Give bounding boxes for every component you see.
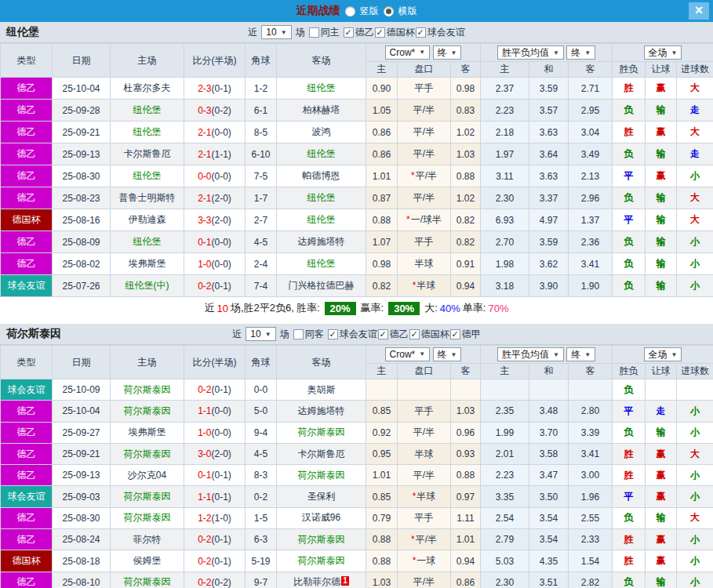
score-cell: 1-0(0-0) bbox=[184, 422, 246, 443]
wdl-average-select[interactable]: 胜平负均值▼ bbox=[497, 45, 564, 60]
checkbox-checked-icon: ✓ bbox=[344, 27, 354, 38]
home-team-link[interactable]: 沙尔克04 bbox=[111, 465, 184, 486]
league-filter-checkbox[interactable]: ✓德乙 bbox=[378, 328, 409, 341]
home-team-link[interactable]: 侯姆堡 bbox=[111, 550, 184, 572]
away-team-link[interactable]: 柏林赫塔 bbox=[277, 100, 366, 122]
home-team-link[interactable]: 埃弗斯堡 bbox=[111, 422, 184, 443]
home-team-link[interactable]: 荷尔斯泰因 bbox=[111, 401, 184, 422]
vertical-layout-radio[interactable] bbox=[345, 6, 355, 16]
col-eu-away: 客 bbox=[569, 62, 613, 78]
away-team-link[interactable]: 纽伦堡 bbox=[277, 187, 366, 209]
home-team-link[interactable]: 纽伦堡 bbox=[111, 122, 184, 143]
bookmaker-select[interactable]: Crow*▼ bbox=[385, 347, 431, 361]
europe-home-odds bbox=[481, 379, 529, 401]
away-team-link[interactable]: 门兴格拉德巴赫 bbox=[277, 275, 366, 297]
handicap-away-odds: 0.93 bbox=[451, 443, 481, 464]
away-team-link[interactable]: 纽伦堡 bbox=[277, 209, 366, 231]
away-team-link[interactable]: 荷尔斯泰因 bbox=[277, 465, 366, 486]
europe-draw-odds: 3.57 bbox=[529, 100, 569, 122]
home-team-link[interactable]: 纽伦堡(中) bbox=[111, 275, 184, 297]
match-row: 德乙25-09-13卡尔斯鲁厄2-1(1-1)6-10纽伦堡0.86平/半1.0… bbox=[1, 143, 713, 165]
horizontal-layout-label: 横版 bbox=[398, 5, 417, 18]
away-team-link[interactable]: 荷尔斯泰因 bbox=[277, 529, 366, 550]
result-wdl: 负 bbox=[613, 231, 646, 253]
away-team-link[interactable]: 荷尔斯泰因 bbox=[277, 422, 366, 443]
away-team-link[interactable]: 达姆施塔特 bbox=[277, 401, 366, 422]
match-row: 德乙25-08-30纽伦堡0-0(0-0)7-5帕德博恩1.01*平/半0.88… bbox=[1, 165, 713, 187]
europe-home-odds: 2.30 bbox=[481, 187, 529, 209]
checkbox-checked-icon: ✓ bbox=[378, 329, 388, 339]
away-team-link[interactable]: 圣保利 bbox=[277, 486, 366, 507]
result-handicap: 输 bbox=[646, 231, 677, 253]
col-res-wdl: 胜负 bbox=[613, 62, 646, 78]
wdl-average-select[interactable]: 胜平负均值▼ bbox=[497, 347, 564, 361]
handicap-line: *半球 bbox=[398, 275, 451, 297]
col-eu-draw: 和 bbox=[529, 364, 569, 379]
home-team-link[interactable]: 卡尔斯鲁厄 bbox=[111, 143, 184, 165]
home-team-link[interactable]: 荷尔斯泰因 bbox=[111, 379, 184, 401]
away-team-link[interactable]: 帕德博恩 bbox=[277, 165, 366, 187]
match-date: 25-08-02 bbox=[53, 253, 111, 275]
league-filter-checkbox[interactable]: ✓球会友谊 bbox=[328, 328, 377, 341]
odds-time-select[interactable]: 终▼ bbox=[433, 347, 462, 361]
away-team-link[interactable]: 纽伦堡 bbox=[277, 78, 366, 100]
league-filter-checkbox[interactable]: ✓德乙 bbox=[344, 26, 374, 39]
col-corner: 角球 bbox=[246, 346, 277, 379]
bookmaker-select[interactable]: Crow*▼ bbox=[385, 45, 431, 60]
home-team-link[interactable]: 纽伦堡 bbox=[111, 165, 184, 187]
handicap-line: *一/球半 bbox=[398, 209, 451, 231]
europe-draw-odds: 3.64 bbox=[529, 143, 569, 165]
home-team-link[interactable]: 埃弗斯堡 bbox=[111, 253, 184, 275]
same-away-checkbox[interactable]: 同客 bbox=[293, 328, 324, 341]
away-team-link[interactable]: 纽伦堡 bbox=[277, 253, 366, 275]
fulltime-select[interactable]: 全场▼ bbox=[644, 45, 682, 60]
home-team-link[interactable]: 菲尔特 bbox=[111, 529, 184, 550]
handicap-home-odds: 0.98 bbox=[366, 253, 398, 275]
away-team-link[interactable]: 汉诺威96 bbox=[277, 507, 366, 528]
handicap-odds-group: Crow*▼ 终▼ bbox=[366, 346, 481, 364]
odds-time-select[interactable]: 终▼ bbox=[433, 45, 462, 60]
home-team-link[interactable]: 普鲁士明斯特 bbox=[111, 187, 184, 209]
league-filter-checkbox[interactable]: ✓德甲 bbox=[450, 328, 481, 341]
league-filter-checkbox[interactable]: ✓德国杯 bbox=[409, 328, 449, 341]
score-cell: 2-1(1-1) bbox=[184, 143, 246, 165]
home-team-link[interactable]: 荷尔斯泰因 bbox=[111, 572, 184, 588]
odds-time-select-2[interactable]: 终▼ bbox=[566, 45, 595, 60]
games-label: 场 bbox=[280, 328, 289, 341]
result-wdl: 负 bbox=[613, 143, 646, 165]
away-team-link[interactable]: 卡尔斯鲁厄 bbox=[277, 443, 366, 464]
match-count-select[interactable]: 10▼ bbox=[246, 327, 275, 341]
match-count-select[interactable]: 10▼ bbox=[261, 25, 291, 39]
match-row: 德乙25-09-21纽伦堡2-1(0-0)8-5波鸿0.86平/半1.022.1… bbox=[1, 122, 713, 143]
europe-away-odds: 2.36 bbox=[569, 231, 613, 253]
home-team-link[interactable]: 纽伦堡 bbox=[111, 100, 184, 122]
home-team-link[interactable]: 荷尔斯泰因 bbox=[111, 507, 184, 528]
same-home-checkbox[interactable]: 同主 bbox=[309, 26, 340, 39]
league-filter-checkbox[interactable]: ✓德国杯 bbox=[375, 26, 415, 39]
away-team-link[interactable]: 荷尔斯泰因 bbox=[277, 550, 366, 572]
close-button[interactable]: × bbox=[689, 2, 709, 20]
live-odds-star: * bbox=[413, 280, 417, 291]
league-type-badge: 德乙 bbox=[1, 572, 53, 588]
corner-count: 7-4 bbox=[246, 275, 277, 297]
result-handicap: 输 bbox=[646, 275, 677, 297]
away-team-link[interactable]: 达姆施塔特 bbox=[277, 231, 366, 253]
home-team-link[interactable]: 荷尔斯泰因 bbox=[111, 486, 184, 507]
away-team-link[interactable]: 波鸿 bbox=[277, 122, 366, 143]
league-filter-checkbox[interactable]: ✓球会友谊 bbox=[416, 26, 465, 39]
league-type-badge: 德乙 bbox=[1, 422, 53, 443]
europe-home-odds: 6.93 bbox=[481, 209, 529, 231]
home-team-link[interactable]: 伊勒迪森 bbox=[111, 209, 184, 231]
away-team-link[interactable]: 奥胡斯 bbox=[277, 379, 366, 401]
horizontal-layout-radio[interactable] bbox=[384, 6, 394, 16]
odds-time-select-2[interactable]: 终▼ bbox=[566, 347, 595, 361]
away-team-link[interactable]: 纽伦堡 bbox=[277, 143, 366, 165]
corner-count: 6-10 bbox=[246, 143, 277, 165]
home-team-link[interactable]: 杜塞尔多夫 bbox=[111, 78, 184, 100]
home-team-link[interactable]: 纽伦堡 bbox=[111, 231, 184, 253]
halftime-score: (0-0) bbox=[212, 171, 231, 182]
home-team-link[interactable]: 荷尔斯泰因 bbox=[111, 443, 184, 464]
team1-name: 纽伦堡 bbox=[6, 25, 39, 39]
fulltime-select[interactable]: 全场▼ bbox=[644, 347, 682, 361]
away-team-link[interactable]: 比勒菲尔德1 bbox=[277, 572, 366, 588]
